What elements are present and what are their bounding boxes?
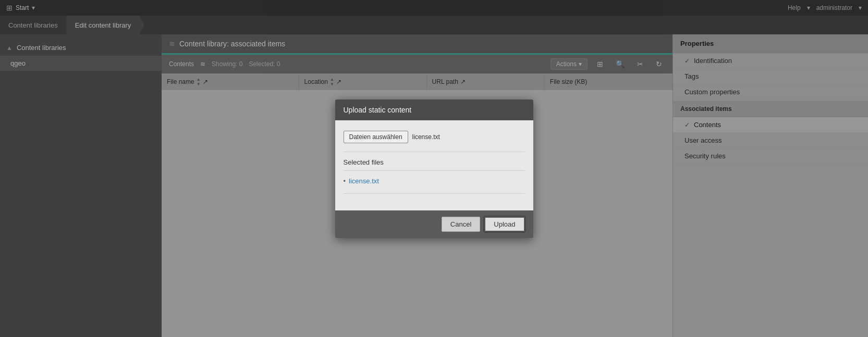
upload-modal: Upload static content Dateien auswählen … — [335, 99, 533, 238]
selected-files-label: Selected files — [344, 158, 525, 171]
modal-divider-2 — [344, 193, 525, 194]
modal-title: Upload static content — [344, 106, 412, 114]
cancel-button[interactable]: Cancel — [442, 217, 480, 232]
selected-file-item-0: license.txt — [344, 175, 525, 187]
modal-footer: Cancel Upload — [335, 210, 533, 238]
modal-header: Upload static content — [335, 99, 533, 120]
modal-divider-1 — [344, 152, 525, 152]
choose-files-button[interactable]: Dateien auswählen — [344, 131, 408, 143]
upload-button[interactable]: Upload — [484, 217, 524, 232]
modal-body: Dateien auswählen license.txt Selected f… — [335, 120, 533, 210]
file-input-row: Dateien auswählen license.txt — [344, 131, 525, 143]
modal-overlay: Upload static content Dateien auswählen … — [0, 0, 868, 337]
file-name-display: license.txt — [412, 133, 440, 141]
